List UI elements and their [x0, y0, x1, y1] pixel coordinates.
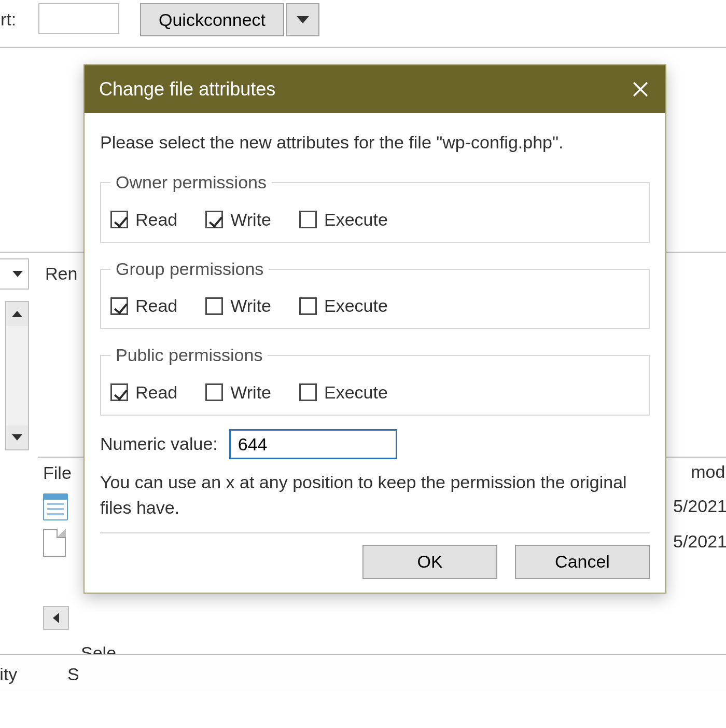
cancel-button[interactable]: Cancel: [515, 545, 650, 579]
file-row[interactable]: [43, 528, 68, 557]
transfer-queue-header: rity S: [0, 654, 726, 692]
quickconnect-dropdown-button[interactable]: [286, 3, 319, 36]
checkbox-label: Execute: [324, 207, 388, 232]
group-write-checkbox[interactable]: Write: [205, 293, 271, 319]
cancel-button-label: Cancel: [555, 552, 610, 571]
chevron-up-icon: [12, 311, 22, 317]
checkbox-icon: [110, 297, 128, 315]
checkbox-label: Read: [135, 293, 177, 319]
ok-button-label: OK: [417, 552, 442, 571]
checkbox-icon: [299, 383, 317, 401]
remote-site-label-truncated: Ren: [45, 264, 77, 284]
last-modified-column-header-truncated[interactable]: modi: [691, 462, 726, 482]
dialog-title-text: Change file attributes: [99, 78, 275, 100]
checkbox-icon: [299, 211, 317, 228]
checkbox-icon: [299, 297, 317, 315]
owner-permissions-legend: Owner permissions: [110, 170, 272, 195]
owner-write-checkbox[interactable]: Write: [205, 207, 271, 232]
group-permissions-legend: Group permissions: [110, 256, 269, 282]
checkbox-label: Write: [230, 293, 271, 319]
port-label: ort:: [0, 9, 16, 30]
owner-permissions-group: Owner permissions Read Write Execute: [100, 170, 650, 243]
quickconnect-button-label: Quickconnect: [159, 10, 266, 30]
public-permissions-group: Public permissions Read Write Execute: [100, 342, 650, 416]
file-date: 5/2021: [673, 496, 726, 516]
chevron-down-icon: [12, 271, 23, 277]
numeric-value-label: Numeric value:: [100, 431, 218, 457]
dialog-titlebar[interactable]: Change file attributes: [85, 65, 665, 113]
public-execute-checkbox[interactable]: Execute: [299, 380, 388, 405]
checkbox-label: Read: [135, 207, 177, 232]
file-date: 5/2021: [673, 531, 726, 552]
checkbox-label: Execute: [324, 380, 388, 405]
chevron-left-icon: [53, 613, 59, 623]
checkbox-icon: [205, 211, 223, 228]
blank-file-icon: [43, 529, 68, 557]
checkbox-label: Execute: [324, 293, 388, 319]
group-execute-checkbox[interactable]: Execute: [299, 293, 388, 319]
chevron-down-icon: [297, 16, 309, 23]
tree-scrollbar[interactable]: [5, 301, 29, 450]
checkbox-icon: [205, 383, 223, 401]
notepad-file-icon: [43, 493, 68, 521]
status-column-truncated[interactable]: S: [67, 664, 79, 684]
chevron-down-icon: [12, 434, 22, 441]
public-write-checkbox[interactable]: Write: [205, 380, 271, 405]
public-read-checkbox[interactable]: Read: [110, 380, 177, 405]
file-row[interactable]: [43, 493, 68, 522]
checkbox-icon: [110, 383, 128, 401]
dialog-close-button[interactable]: [616, 65, 665, 113]
group-permissions-group: Group permissions Read Write Execute: [100, 256, 650, 329]
checkbox-label: Write: [230, 207, 271, 232]
checkbox-icon: [205, 297, 223, 315]
checkbox-label: Write: [230, 380, 271, 405]
quickconnect-toolbar: ort: Quickconnect: [0, 0, 726, 48]
checkbox-label: Read: [135, 380, 177, 405]
permission-x-hint-text: You can use an x at any position to keep…: [100, 470, 650, 532]
checkbox-icon: [110, 211, 128, 228]
ok-button[interactable]: OK: [362, 545, 497, 579]
quickconnect-button[interactable]: Quickconnect: [140, 3, 284, 36]
owner-execute-checkbox[interactable]: Execute: [299, 207, 388, 232]
close-icon: [632, 80, 649, 98]
numeric-value-input[interactable]: [229, 429, 397, 459]
priority-column-truncated[interactable]: rity: [0, 664, 17, 684]
scroll-left-button[interactable]: [43, 606, 69, 630]
owner-read-checkbox[interactable]: Read: [110, 207, 177, 232]
scroll-up-button[interactable]: [6, 302, 28, 326]
dialog-instruction-text: Please select the new attributes for the…: [100, 130, 650, 155]
change-file-attributes-dialog: Change file attributes Please select the…: [83, 64, 666, 594]
group-read-checkbox[interactable]: Read: [110, 293, 177, 319]
scroll-down-button[interactable]: [6, 425, 28, 449]
filename-column-header[interactable]: File: [43, 463, 72, 483]
local-path-combobox[interactable]: [0, 258, 29, 290]
public-permissions-legend: Public permissions: [110, 342, 268, 368]
port-input[interactable]: [38, 3, 119, 34]
